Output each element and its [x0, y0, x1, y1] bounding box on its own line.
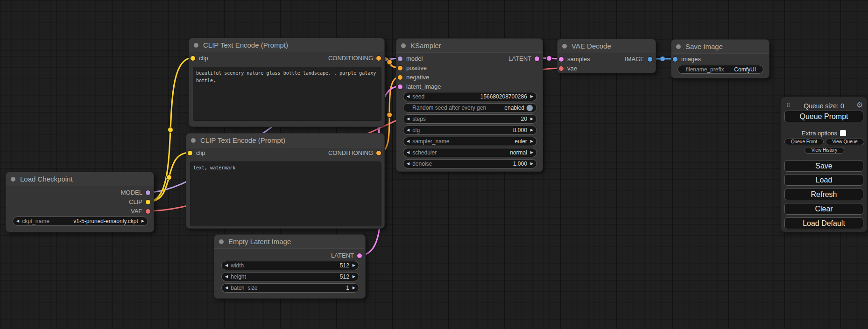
increment-arrow-icon[interactable]: ▶: [530, 126, 533, 134]
seed-widget[interactable]: ◀ seed 156680208700286 ▶: [403, 92, 537, 101]
latent-image-input-port[interactable]: [398, 84, 402, 89]
collapse-dot[interactable]: [219, 239, 224, 244]
latent-output-port[interactable]: [357, 253, 362, 258]
model-input-port[interactable]: [398, 56, 402, 61]
collapse-dot[interactable]: [11, 177, 15, 182]
samples-input-port[interactable]: [559, 57, 564, 62]
conditioning-output-port[interactable]: [376, 56, 381, 61]
height-widget[interactable]: ◀ height 512 ▶: [221, 272, 359, 281]
width-widget[interactable]: ◀ width 512 ▶: [221, 261, 359, 270]
widget-value: 156680208700286: [480, 93, 527, 100]
node-clip-text-encode-negative[interactable]: CLIP Text Encode (Prompt) clip CONDITION…: [186, 133, 385, 229]
sampler-name-widget[interactable]: ◀ sampler_name euler ▶: [403, 137, 537, 146]
queue-prompt-button[interactable]: Queue Prompt: [784, 111, 863, 122]
latent-output-port[interactable]: [535, 56, 539, 61]
decrement-arrow-icon[interactable]: ◀: [225, 284, 228, 292]
collapse-dot[interactable]: [401, 43, 406, 48]
decrement-arrow-icon[interactable]: ◀: [407, 148, 409, 157]
positive-input-port[interactable]: [398, 66, 402, 70]
node-vae-decode[interactable]: VAE Decode samples IMAGE vae: [557, 39, 656, 73]
node-clip-text-encode-positive[interactable]: CLIP Text Encode (Prompt) clip CONDITION…: [189, 38, 385, 127]
widget-label: sampler_name: [412, 138, 449, 145]
clip-output-port[interactable]: [146, 200, 150, 204]
view-history-button[interactable]: View History: [804, 147, 844, 154]
increment-arrow-icon[interactable]: ▶: [530, 137, 533, 146]
clear-button[interactable]: Clear: [784, 203, 863, 215]
increment-arrow-icon[interactable]: ▶: [530, 92, 533, 101]
decrement-arrow-icon[interactable]: ◀: [225, 261, 228, 270]
decrement-arrow-icon[interactable]: ◀: [407, 160, 409, 168]
widget-label: batch_size: [231, 285, 257, 291]
widget-label: scheduler: [412, 149, 437, 156]
input-label: images: [681, 55, 701, 64]
node-empty-latent-image[interactable]: Empty Latent Image LATENT ◀ width 512 ▶ …: [214, 234, 366, 299]
filename-prefix-widget[interactable]: filename_prefix ComfyUI: [677, 65, 763, 74]
node-title: VAE Decode: [572, 39, 611, 53]
load-button[interactable]: Load: [784, 174, 863, 186]
denoise-widget[interactable]: ◀ denoise 1.000 ▶: [403, 159, 537, 168]
node-title-bar[interactable]: CLIP Text Encode (Prompt): [186, 133, 384, 147]
node-title: Save Image: [685, 40, 723, 53]
increment-arrow-icon[interactable]: ▶: [141, 217, 144, 225]
refresh-button[interactable]: Refresh: [784, 189, 863, 200]
node-title: Empty Latent Image: [228, 235, 291, 248]
node-title-bar[interactable]: KSampler: [396, 39, 543, 53]
conditioning-output-port[interactable]: [376, 151, 381, 155]
clip-input-port[interactable]: [191, 56, 195, 61]
output-label: IMAGE: [625, 55, 644, 64]
increment-arrow-icon[interactable]: ▶: [353, 261, 355, 270]
widget-value: v1-5-pruned-emaonly.ckpt: [73, 218, 138, 224]
output-label: CONDITIONING: [328, 148, 373, 158]
prompt-textarea[interactable]: beautiful scenery nature glass bottle la…: [193, 67, 381, 121]
decrement-arrow-icon[interactable]: ◀: [225, 273, 228, 281]
increment-arrow-icon[interactable]: ▶: [530, 148, 533, 157]
scheduler-widget[interactable]: ◀ scheduler normal ▶: [403, 148, 537, 157]
decrement-arrow-icon[interactable]: ◀: [407, 92, 409, 101]
widget-label: height: [231, 273, 246, 280]
collapse-dot[interactable]: [562, 44, 567, 49]
decrement-arrow-icon[interactable]: ◀: [16, 217, 19, 225]
cfg-widget[interactable]: ◀ cfg 8.000 ▶: [403, 126, 537, 135]
toggle-knob-icon[interactable]: [526, 105, 533, 112]
decrement-arrow-icon[interactable]: ◀: [407, 115, 409, 123]
decrement-arrow-icon[interactable]: ◀: [407, 137, 409, 146]
node-title-bar[interactable]: Load Checkpoint: [6, 172, 154, 186]
increment-arrow-icon[interactable]: ▶: [353, 273, 355, 281]
batch-size-widget[interactable]: ◀ batch_size 1 ▶: [221, 283, 359, 293]
images-input-port[interactable]: [673, 57, 677, 62]
vae-output-port[interactable]: [146, 209, 150, 214]
queue-size-label: Queue size: 0: [781, 102, 867, 110]
increment-arrow-icon[interactable]: ▶: [353, 284, 355, 292]
link-midpoint-dot: [167, 175, 172, 180]
node-load-checkpoint[interactable]: Load Checkpoint MODEL CLIP VAE ◀ ckpt_na…: [6, 172, 154, 232]
steps-widget[interactable]: ◀ steps 20 ▶: [403, 114, 537, 124]
node-title-bar[interactable]: Save Image: [671, 40, 769, 54]
queue-front-button[interactable]: Queue Front: [784, 139, 824, 145]
save-button[interactable]: Save: [784, 160, 863, 172]
random-seed-widget[interactable]: Random seed after every gen enabled: [403, 103, 537, 112]
node-title-bar[interactable]: VAE Decode: [557, 39, 656, 53]
increment-arrow-icon[interactable]: ▶: [530, 115, 533, 123]
negative-input-port[interactable]: [398, 75, 402, 80]
image-output-port[interactable]: [648, 57, 652, 62]
prompt-textarea[interactable]: text, watermark: [190, 161, 381, 226]
node-title-bar[interactable]: Empty Latent Image: [214, 235, 365, 249]
collapse-dot[interactable]: [194, 43, 198, 48]
vae-input-port[interactable]: [559, 66, 564, 71]
node-ksampler[interactable]: KSampler model LATENT positive negative …: [396, 38, 543, 172]
ckpt-name-widget[interactable]: ◀ ckpt_name v1-5-pruned-emaonly.ckpt ▶: [13, 217, 148, 226]
collapse-dot[interactable]: [676, 44, 681, 49]
graph-canvas[interactable]: Load Checkpoint MODEL CLIP VAE ◀ ckpt_na…: [0, 0, 868, 329]
clip-input-port[interactable]: [188, 151, 192, 155]
extra-options-checkbox[interactable]: [840, 130, 846, 136]
node-save-image[interactable]: Save Image images filename_prefix ComfyU…: [671, 39, 769, 78]
model-output-port[interactable]: [146, 190, 150, 195]
view-queue-button[interactable]: View Queue: [826, 139, 864, 145]
load-default-button[interactable]: Load Default: [784, 217, 863, 229]
node-title-bar[interactable]: CLIP Text Encode (Prompt): [189, 38, 384, 52]
widget-value: euler: [515, 138, 527, 145]
collapse-dot[interactable]: [191, 138, 196, 143]
decrement-arrow-icon[interactable]: ◀: [407, 126, 409, 134]
gear-icon[interactable]: ⚙: [856, 100, 863, 109]
increment-arrow-icon[interactable]: ▶: [530, 160, 533, 168]
